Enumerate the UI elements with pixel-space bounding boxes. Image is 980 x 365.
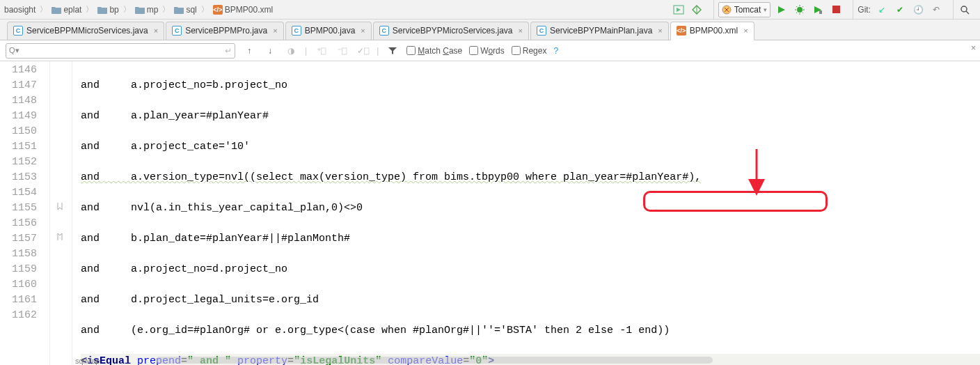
line-number: 1149 bbox=[0, 109, 37, 124]
folder-icon bbox=[97, 6, 107, 14]
fold-start-icon[interactable] bbox=[56, 201, 64, 212]
line-number: 1156 bbox=[0, 216, 37, 231]
tab-label: ServiceBPYPMicroServices.java bbox=[393, 26, 513, 36]
add-selection-icon[interactable]: ⁺⎕ bbox=[314, 44, 328, 58]
line-number: 1151 bbox=[0, 139, 37, 155]
find-help-icon[interactable]: ? bbox=[553, 46, 558, 56]
filter-icon[interactable] bbox=[386, 44, 400, 58]
run-configuration-select[interactable]: Tomcat ▾ bbox=[718, 2, 771, 17]
words-checkbox[interactable]: Words bbox=[469, 46, 504, 56]
java-file-icon: C bbox=[292, 26, 301, 36]
build-icon[interactable] bbox=[690, 3, 704, 17]
search-icon[interactable] bbox=[958, 3, 972, 17]
horizontal-scrollbar[interactable] bbox=[156, 357, 713, 364]
close-tab-icon[interactable]: × bbox=[154, 26, 158, 35]
line-number: 1154 bbox=[0, 185, 37, 201]
svg-rect-7 bbox=[832, 6, 840, 13]
tab-servicebppmmicroservices-java[interactable]: CServiceBPPMMicroServices.java× bbox=[7, 22, 164, 40]
tab-servicebpypmainplan-java[interactable]: CServiceBPYPMainPlan.java× bbox=[530, 22, 669, 40]
code-text: and (e.org_id=#planOrg# or e.org_type<(c… bbox=[81, 325, 670, 336]
line-number: 1162 bbox=[0, 308, 37, 323]
svg-marker-1 bbox=[677, 8, 681, 12]
crumb-folder[interactable]: eplat bbox=[52, 5, 81, 15]
svg-marker-3 bbox=[778, 6, 785, 13]
remove-selection-icon[interactable]: ⁻⎕ bbox=[335, 44, 349, 58]
crumb-file[interactable]: </> BPMP00.xml bbox=[213, 5, 273, 15]
git-revert-icon[interactable]: ↶ bbox=[929, 3, 943, 17]
git-history-icon[interactable]: 🕘 bbox=[911, 3, 925, 17]
chevron-right-icon: 〉 bbox=[40, 4, 47, 15]
fold-end-icon[interactable] bbox=[56, 231, 64, 242]
run-button[interactable] bbox=[775, 3, 789, 17]
tab-bpmp00-xml[interactable]: </>BPMP00.xml× bbox=[670, 22, 754, 40]
xml-file-icon: </> bbox=[677, 26, 686, 36]
line-number: 1161 bbox=[0, 293, 37, 308]
line-number: 1160 bbox=[0, 277, 37, 293]
tab-servicebppmpro-java[interactable]: CServiceBPPMPro.java× bbox=[166, 22, 283, 40]
next-occurrence-icon[interactable]: ↓ bbox=[263, 44, 277, 58]
run-anything-icon[interactable] bbox=[672, 3, 686, 17]
line-number: 1152 bbox=[0, 155, 37, 170]
svg-rect-6 bbox=[819, 10, 822, 14]
code-text: and a.project_cate='10' bbox=[81, 141, 250, 153]
line-gutter: 1146114711481149115011511152115311541155… bbox=[0, 61, 50, 365]
enter-hint-icon: ↵ bbox=[225, 46, 232, 56]
debug-button[interactable] bbox=[793, 3, 807, 17]
folder-icon bbox=[52, 6, 61, 14]
tab-label: BPMP00.java bbox=[305, 26, 356, 36]
close-tab-icon[interactable]: × bbox=[519, 26, 523, 35]
line-number: 1157 bbox=[0, 231, 37, 247]
code-text: and a.project_no=b.project_no bbox=[81, 79, 287, 91]
breadcrumb-footer[interactable]: sqlMap bbox=[75, 357, 100, 365]
java-file-icon: C bbox=[13, 26, 23, 36]
code-text: and d.project_legal_units=e.org_id bbox=[81, 294, 319, 306]
chevron-right-icon: 〉 bbox=[162, 4, 170, 15]
chevron-right-icon: 〉 bbox=[201, 4, 209, 15]
run-coverage-button[interactable] bbox=[811, 3, 825, 17]
xml-file-icon: </> bbox=[213, 5, 223, 15]
line-number: 1159 bbox=[0, 262, 37, 277]
line-number: 1158 bbox=[0, 247, 37, 262]
find-input[interactable] bbox=[22, 46, 225, 56]
code-editor[interactable]: 1146114711481149115011511152115311541155… bbox=[0, 61, 980, 365]
editor-tabs: CServiceBPPMMicroServices.java×CServiceB… bbox=[0, 20, 980, 40]
crumb-root[interactable]: baosight bbox=[4, 5, 35, 15]
regex-checkbox[interactable]: Regex bbox=[512, 46, 547, 56]
search-history-icon[interactable]: Q▾ bbox=[9, 46, 19, 55]
folder-icon bbox=[174, 6, 184, 14]
tab-label: ServiceBPPMPro.java bbox=[185, 26, 267, 36]
stop-button[interactable] bbox=[829, 3, 843, 17]
annotation-arrow bbox=[746, 149, 767, 198]
close-tab-icon[interactable]: × bbox=[361, 26, 365, 35]
code-text: and a.project_no=d.project_no bbox=[81, 263, 287, 275]
crumb-folder[interactable]: mp bbox=[135, 5, 159, 15]
close-tab-icon[interactable]: × bbox=[658, 26, 662, 35]
close-tab-icon[interactable]: × bbox=[273, 26, 277, 35]
toolbar-right: Tomcat ▾ Git: ↙ ✔ 🕘 ↶ bbox=[667, 0, 976, 20]
crumb-folder[interactable]: bp bbox=[97, 5, 118, 15]
tab-label: ServiceBPPMMicroServices.java bbox=[26, 26, 148, 36]
git-update-icon[interactable]: ↙ bbox=[875, 3, 889, 17]
match-case-checkbox[interactable]: Match Case bbox=[406, 46, 462, 56]
prev-occurrence-icon[interactable]: ↑ bbox=[242, 44, 256, 58]
select-occurrence-icon[interactable]: ◑ bbox=[284, 44, 298, 58]
tab-bpmp00-java[interactable]: CBPMP00.java× bbox=[285, 22, 372, 40]
code-text: and a.plan_year=#planYear# bbox=[81, 110, 269, 122]
crumb-folder[interactable]: sql bbox=[174, 5, 196, 15]
tab-servicebpypmicroservices-java[interactable]: CServiceBPYPMicroServices.java× bbox=[373, 22, 529, 40]
java-file-icon: C bbox=[379, 26, 389, 36]
chevron-right-icon: 〉 bbox=[86, 4, 93, 15]
code-area[interactable]: and a.project_no=b.project_no and a.plan… bbox=[72, 61, 980, 365]
line-number: 1153 bbox=[0, 170, 37, 185]
tomcat-icon bbox=[722, 5, 732, 15]
line-number: 1150 bbox=[0, 124, 37, 139]
git-label: Git: bbox=[858, 5, 871, 15]
folder-icon bbox=[135, 6, 145, 14]
close-tab-icon[interactable]: × bbox=[743, 26, 748, 35]
code-text: and b.plan_date=#planYear#||#planMonth# bbox=[81, 233, 350, 244]
close-find-icon[interactable]: × bbox=[971, 43, 976, 53]
find-bar: Q▾ ↵ ↑ ↓ ◑ | ⁺⎕ ⁻⎕ ✓⎕ | Match Case Words… bbox=[0, 40, 980, 61]
select-all-icon[interactable]: ✓⎕ bbox=[356, 44, 370, 58]
git-commit-icon[interactable]: ✔ bbox=[893, 3, 907, 17]
breadcrumb[interactable]: baosight 〉 eplat 〉 bp 〉 mp 〉 sql 〉 </> B… bbox=[4, 4, 273, 15]
